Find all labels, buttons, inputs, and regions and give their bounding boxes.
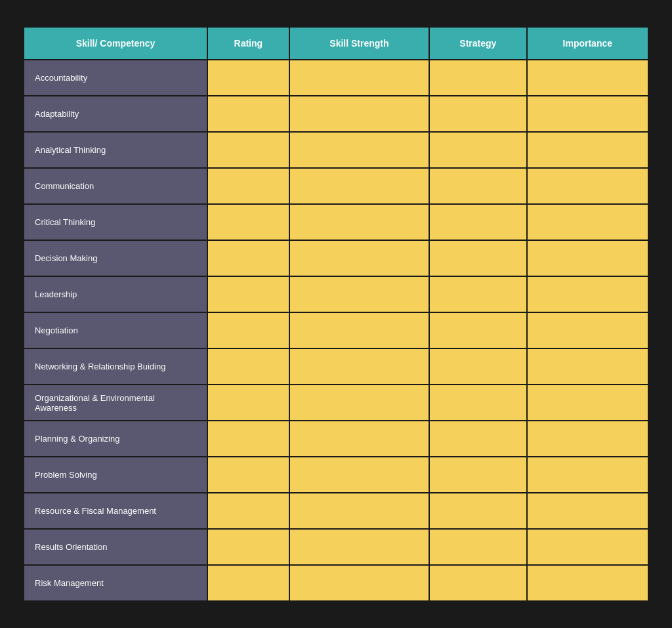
- skill-cell: Adaptability: [24, 96, 207, 132]
- data-cell-1[interactable]: [289, 457, 429, 493]
- data-cell-1[interactable]: [289, 276, 429, 312]
- data-cell-2[interactable]: [429, 168, 526, 204]
- table-row: Decision Making: [24, 240, 648, 276]
- skill-cell: Networking & Relationship Buiding: [24, 348, 207, 385]
- table-row: Problem Solving: [24, 457, 648, 493]
- data-cell-0[interactable]: [207, 60, 289, 96]
- table-row: Organizational & Environmental Awareness: [24, 385, 648, 421]
- data-cell-3[interactable]: [527, 385, 648, 421]
- table-row: Critical Thinking: [24, 204, 648, 240]
- data-cell-1[interactable]: [289, 168, 429, 204]
- skill-cell: Problem Solving: [24, 457, 207, 493]
- data-cell-1[interactable]: [289, 493, 429, 529]
- data-cell-2[interactable]: [429, 132, 526, 168]
- skill-cell: Organizational & Environmental Awareness: [24, 385, 207, 421]
- data-cell-2[interactable]: [429, 276, 526, 312]
- data-cell-0[interactable]: [207, 204, 289, 240]
- table-row: Analytical Thinking: [24, 132, 648, 168]
- table-row: Leadership: [24, 276, 648, 312]
- table-row: Negotiation: [24, 312, 648, 348]
- data-cell-3[interactable]: [527, 204, 648, 240]
- skill-cell: Risk Management: [24, 565, 207, 601]
- data-cell-2[interactable]: [429, 96, 526, 132]
- data-cell-1[interactable]: [289, 529, 429, 565]
- data-cell-1[interactable]: [289, 240, 429, 276]
- col-header-strategy: Strategy: [429, 27, 526, 60]
- data-cell-3[interactable]: [527, 276, 648, 312]
- data-cell-3[interactable]: [527, 240, 648, 276]
- data-cell-1[interactable]: [289, 421, 429, 457]
- data-cell-1[interactable]: [289, 348, 429, 385]
- data-cell-0[interactable]: [207, 240, 289, 276]
- data-cell-1[interactable]: [289, 312, 429, 348]
- data-cell-2[interactable]: [429, 348, 526, 385]
- data-cell-3[interactable]: [527, 60, 648, 96]
- data-cell-0[interactable]: [207, 312, 289, 348]
- data-cell-0[interactable]: [207, 421, 289, 457]
- data-cell-0[interactable]: [207, 385, 289, 421]
- data-cell-2[interactable]: [429, 457, 526, 493]
- data-cell-3[interactable]: [527, 168, 648, 204]
- table-container: Skill/ Competency Rating Skill Strength …: [13, 16, 659, 612]
- data-cell-3[interactable]: [527, 348, 648, 385]
- data-cell-3[interactable]: [527, 132, 648, 168]
- data-cell-2[interactable]: [429, 385, 526, 421]
- data-cell-1[interactable]: [289, 565, 429, 601]
- skill-cell: Planning & Organizing: [24, 421, 207, 457]
- data-cell-0[interactable]: [207, 348, 289, 385]
- data-cell-2[interactable]: [429, 565, 526, 601]
- table-row: Risk Management: [24, 565, 648, 601]
- data-cell-0[interactable]: [207, 132, 289, 168]
- data-cell-2[interactable]: [429, 421, 526, 457]
- data-cell-1[interactable]: [289, 132, 429, 168]
- data-cell-1[interactable]: [289, 385, 429, 421]
- data-cell-0[interactable]: [207, 168, 289, 204]
- data-cell-2[interactable]: [429, 312, 526, 348]
- col-header-skill: Skill/ Competency: [24, 27, 207, 60]
- data-cell-3[interactable]: [527, 457, 648, 493]
- skill-cell: Decision Making: [24, 240, 207, 276]
- data-cell-3[interactable]: [527, 96, 648, 132]
- skills-table: Skill/ Competency Rating Skill Strength …: [23, 26, 649, 602]
- data-cell-2[interactable]: [429, 204, 526, 240]
- data-cell-3[interactable]: [527, 421, 648, 457]
- table-row: Resource & Fiscal Management: [24, 493, 648, 529]
- data-cell-1[interactable]: [289, 96, 429, 132]
- table-row: Adaptability: [24, 96, 648, 132]
- data-cell-0[interactable]: [207, 96, 289, 132]
- data-cell-0[interactable]: [207, 276, 289, 312]
- col-header-importance: Importance: [527, 27, 648, 60]
- data-cell-0[interactable]: [207, 529, 289, 565]
- data-cell-1[interactable]: [289, 204, 429, 240]
- data-cell-2[interactable]: [429, 240, 526, 276]
- table-row: Results Orientation: [24, 529, 648, 565]
- data-cell-3[interactable]: [527, 529, 648, 565]
- data-cell-3[interactable]: [527, 493, 648, 529]
- data-cell-1[interactable]: [289, 60, 429, 96]
- table-row: Accountability: [24, 60, 648, 96]
- table-row: Networking & Relationship Buiding: [24, 348, 648, 385]
- col-header-rating: Rating: [207, 27, 289, 60]
- skill-cell: Analytical Thinking: [24, 132, 207, 168]
- header-row: Skill/ Competency Rating Skill Strength …: [24, 27, 648, 60]
- skill-cell: Accountability: [24, 60, 207, 96]
- data-cell-2[interactable]: [429, 493, 526, 529]
- skill-cell: Communication: [24, 168, 207, 204]
- data-cell-0[interactable]: [207, 565, 289, 601]
- col-header-skill-strength: Skill Strength: [289, 27, 429, 60]
- data-cell-3[interactable]: [527, 565, 648, 601]
- data-cell-3[interactable]: [527, 312, 648, 348]
- data-cell-2[interactable]: [429, 529, 526, 565]
- skill-cell: Resource & Fiscal Management: [24, 493, 207, 529]
- data-cell-2[interactable]: [429, 60, 526, 96]
- skill-cell: Negotiation: [24, 312, 207, 348]
- data-cell-0[interactable]: [207, 457, 289, 493]
- table-row: Communication: [24, 168, 648, 204]
- skill-cell: Results Orientation: [24, 529, 207, 565]
- table-row: Planning & Organizing: [24, 421, 648, 457]
- skill-cell: Leadership: [24, 276, 207, 312]
- skill-cell: Critical Thinking: [24, 204, 207, 240]
- data-cell-0[interactable]: [207, 493, 289, 529]
